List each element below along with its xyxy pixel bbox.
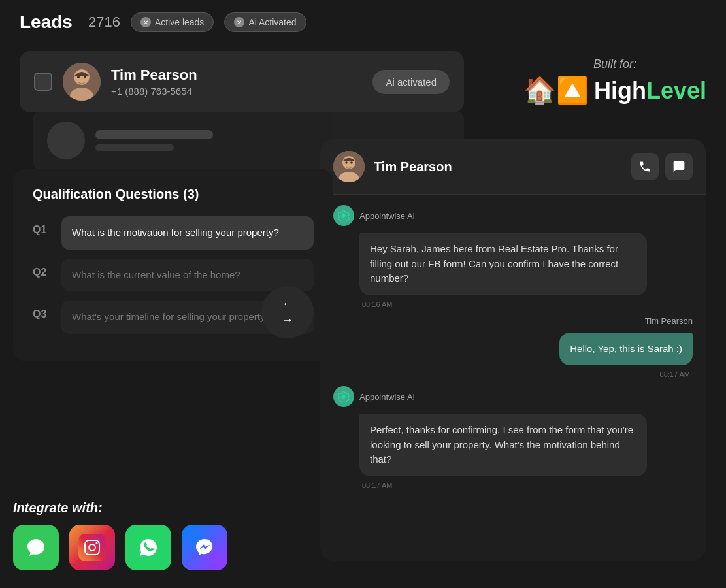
- messenger-icon[interactable]: [182, 525, 227, 570]
- filter-chip-ai-activated[interactable]: ✕ Ai Activated: [224, 12, 306, 32]
- qualification-title: Qualification Questions (3): [33, 187, 314, 202]
- svg-rect-17: [191, 534, 218, 561]
- sender-info-1: Appointwise Ai: [333, 205, 693, 226]
- svg-point-4: [77, 76, 80, 78]
- chat-actions: [631, 153, 693, 180]
- filter-label-ai-activated: Ai Activated: [248, 17, 296, 27]
- highlevel-arrows-icon: 🏠🔼: [523, 75, 589, 106]
- ai-activated-badge[interactable]: Ai activated: [372, 70, 450, 94]
- chat-avatar: [333, 151, 365, 182]
- main-content: Built for: 🏠🔼 HighLevel: [0, 44, 726, 588]
- lead-info: Tim Pearson +1 (888) 763-5654: [111, 67, 362, 97]
- question-1: Q1 What is the motivation for selling yo…: [33, 216, 314, 250]
- chat-panel: Tim Pearson: [320, 139, 706, 561]
- lead-name: Tim Pearson: [111, 67, 362, 84]
- ai-avatar-2: [333, 386, 354, 407]
- lead-avatar-bg: [47, 122, 85, 159]
- navigation-arrows[interactable]: ← →: [261, 286, 314, 338]
- message-group-1: Appointwise Ai Hey Sarah, James here fro…: [333, 205, 693, 308]
- filter-label-active-leads: Active leads: [155, 17, 204, 27]
- svg-point-5: [84, 76, 86, 78]
- top-bar: Leads 2716 ✕ Active leads ✕ Ai Activated: [0, 0, 726, 44]
- message-button[interactable]: [665, 153, 693, 180]
- outgoing-sender-name: Tim Pearson: [645, 316, 693, 326]
- svg-point-15: [96, 542, 98, 544]
- lead-info-line1: [95, 130, 213, 139]
- message-bubble-3: Perfect, thanks for confirming. I see fr…: [359, 414, 647, 476]
- leads-title: Leads: [20, 12, 73, 33]
- ai-avatar-1: [333, 205, 354, 226]
- arrow-right-icon[interactable]: →: [282, 314, 293, 327]
- q3-label: Q3: [33, 308, 51, 320]
- message-group-3: Appointwise Ai Perfect, thanks for confi…: [333, 386, 693, 489]
- whatsapp-icon[interactable]: [125, 525, 171, 570]
- lead-info-line2: [95, 144, 174, 151]
- imessage-icon[interactable]: [13, 525, 59, 570]
- filter-chip-active-leads[interactable]: ✕ Active leads: [131, 12, 214, 32]
- message-bubble-1: Hey Sarah, James here from Real Estate P…: [359, 233, 647, 295]
- svg-point-8: [345, 161, 348, 164]
- ai-sender-name-2: Appointwise Ai: [359, 392, 415, 402]
- remove-filter-ai-icon[interactable]: ✕: [234, 17, 244, 27]
- integrate-title: Integrate with:: [13, 500, 227, 515]
- lead-checkbox[interactable]: [34, 73, 52, 91]
- sender-info-3: Appointwise Ai: [333, 386, 693, 407]
- q1-label: Q1: [33, 224, 51, 236]
- integrate-icons: [13, 525, 227, 570]
- ai-sender-name-1: Appointwise Ai: [359, 211, 415, 221]
- chat-messages: Appointwise Ai Hey Sarah, James here fro…: [320, 195, 706, 561]
- message-time-3: 08:17 AM: [362, 482, 693, 489]
- instagram-icon[interactable]: [69, 525, 115, 570]
- svg-rect-12: [78, 534, 106, 561]
- lead-card-primary[interactable]: Tim Pearson +1 (888) 763-5654 Ai activat…: [20, 51, 464, 112]
- chat-contact-name: Tim Pearson: [374, 159, 622, 174]
- highlevel-logo: 🏠🔼 HighLevel: [523, 75, 706, 106]
- highlevel-text: HighLevel: [594, 77, 706, 105]
- message-group-2: Tim Pearson Hello, Yep, this is Sarah :)…: [333, 316, 693, 379]
- lead-phone: +1 (888) 763-5654: [111, 86, 362, 97]
- svg-point-9: [350, 161, 353, 164]
- built-for-text: Built for:: [523, 57, 706, 71]
- chat-header: Tim Pearson: [320, 139, 706, 195]
- arrow-left-icon[interactable]: ←: [282, 297, 293, 311]
- integrate-section: Integrate with:: [13, 500, 227, 570]
- message-bubble-2: Hello, Yep, this is Sarah :): [559, 333, 693, 366]
- q2-text[interactable]: What is the current value of the home?: [61, 259, 314, 292]
- message-time-2: 08:17 AM: [660, 370, 690, 378]
- lead-avatar: [63, 63, 101, 101]
- message-time-1: 08:16 AM: [362, 301, 693, 308]
- remove-filter-icon[interactable]: ✕: [140, 17, 151, 27]
- question-2: Q2 What is the current value of the home…: [33, 259, 314, 292]
- phone-button[interactable]: [631, 153, 659, 180]
- highlevel-branding: Built for: 🏠🔼 HighLevel: [523, 57, 706, 106]
- q2-label: Q2: [33, 267, 51, 278]
- q1-text[interactable]: What is the motivation for selling your …: [61, 216, 314, 250]
- leads-count: 2716: [88, 14, 120, 31]
